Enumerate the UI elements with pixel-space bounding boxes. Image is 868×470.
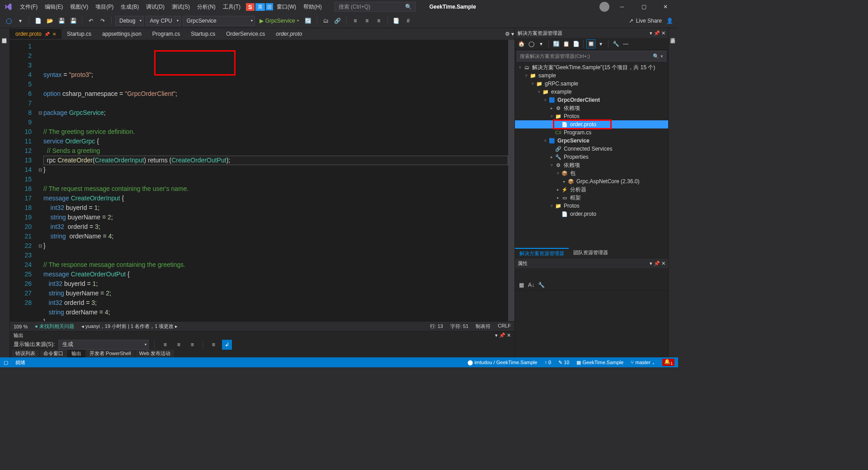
- editor-tab[interactable]: Startup.cs: [61, 29, 97, 39]
- output-tab[interactable]: Web 发布活动: [136, 350, 174, 357]
- tb-icon-1[interactable]: 🗂: [321, 16, 331, 26]
- tb-icon-5[interactable]: ≡: [374, 16, 384, 26]
- save-all-button[interactable]: 💾: [68, 16, 78, 26]
- menu-item[interactable]: 分析(N): [193, 2, 219, 12]
- tree-item[interactable]: ▿📁gRPC.sample: [515, 80, 668, 88]
- expander-icon[interactable]: ▿: [548, 114, 555, 119]
- nav-fwd-button[interactable]: ▾: [15, 16, 25, 26]
- tb-icon-7[interactable]: #: [403, 16, 413, 26]
- props-az-button[interactable]: A↓: [527, 280, 536, 290]
- code-editor[interactable]: 1234567891011121314151617181920212223242…: [10, 40, 514, 321]
- expander-icon[interactable]: ▿: [529, 81, 536, 86]
- expander-icon[interactable]: ▿: [523, 73, 529, 78]
- props-cat-button[interactable]: ▦: [517, 280, 526, 290]
- se-close-icon[interactable]: ✕: [661, 30, 665, 36]
- notification-badge[interactable]: 🔔1: [662, 359, 675, 366]
- editor-tab[interactable]: Program.cs: [147, 29, 185, 39]
- code-content[interactable]: syntax = "proto3";option csharp_namespac…: [43, 40, 508, 321]
- se-btn-5[interactable]: 📋: [561, 39, 571, 48]
- tree-item[interactable]: ▸⚙依赖项: [515, 104, 668, 112]
- expander-icon[interactable]: ▸: [548, 155, 555, 159]
- se-wrench-button[interactable]: 🔧: [611, 39, 620, 48]
- issues-indicator[interactable]: ● 未找到相关问题: [35, 323, 74, 330]
- tab-overflow-icon[interactable]: ⚙ ▾: [505, 29, 514, 39]
- tree-item[interactable]: ▿📁sample: [515, 71, 668, 80]
- close-button[interactable]: ✕: [656, 0, 675, 13]
- tree-item[interactable]: 🔗Connected Services: [515, 145, 668, 153]
- se-btn-3[interactable]: ▾: [537, 39, 546, 48]
- se-dropdown-icon[interactable]: ▾: [650, 30, 652, 36]
- tb-icon-6[interactable]: 📑: [392, 16, 401, 26]
- tree-item[interactable]: ▸▭框架: [515, 194, 668, 202]
- startup-project-dropdown[interactable]: GrpcService: [183, 16, 255, 26]
- expander-icon[interactable]: ▸: [548, 106, 555, 110]
- tb-icon-4[interactable]: ≡: [362, 16, 372, 26]
- tree-item[interactable]: ▿📁example: [515, 88, 668, 96]
- menu-item[interactable]: 帮助(H): [300, 2, 326, 12]
- menu-item[interactable]: 视图(V): [66, 2, 92, 12]
- refresh-button[interactable]: 🔄: [303, 16, 313, 26]
- editor-tab[interactable]: Startup.cs: [185, 29, 221, 39]
- output-tab[interactable]: 输出: [68, 350, 85, 357]
- solution-root[interactable]: ▿ 🗂 解决方案"GeekTime.Sample"(15 个项目，共 15 个): [515, 63, 668, 71]
- panel-pin-icon[interactable]: 📌: [499, 332, 505, 338]
- tree-item[interactable]: ▿📦包: [515, 169, 668, 177]
- indent-mode[interactable]: 制表符: [476, 323, 491, 330]
- output-tab[interactable]: 开发者 PowerShell: [86, 350, 135, 357]
- tree-item[interactable]: ▿📁Protos: [515, 202, 668, 210]
- solution-tree[interactable]: ▿ 🗂 解决方案"GeekTime.Sample"(15 个项目，共 15 个)…: [515, 62, 668, 248]
- se-btn-6[interactable]: 📄: [571, 39, 580, 48]
- status-push[interactable]: ↑ 0: [544, 360, 551, 365]
- expander-icon[interactable]: ▸: [555, 187, 561, 192]
- close-icon[interactable]: ✕: [52, 32, 56, 37]
- expander-icon[interactable]: ▿: [536, 90, 542, 94]
- tb-icon-3[interactable]: ≡: [350, 16, 360, 26]
- tree-item[interactable]: ▿📁Protos: [515, 112, 668, 120]
- tree-item[interactable]: ▿🟦GrpcService: [515, 137, 668, 145]
- user-avatar[interactable]: [599, 2, 609, 12]
- eol-mode[interactable]: CRLF: [498, 323, 511, 330]
- output-btn-3[interactable]: ≡: [187, 340, 197, 350]
- panel-tab[interactable]: 解决方案资源管理器: [515, 248, 569, 258]
- output-btn-1[interactable]: ≡: [160, 340, 170, 350]
- solution-search-input[interactable]: 搜索解决方案资源管理器(Ctrl+;) 🔍 ▾: [517, 51, 666, 62]
- pin-icon[interactable]: 📌: [44, 32, 50, 37]
- menu-item[interactable]: 文件(F): [16, 2, 41, 12]
- se-sync-button[interactable]: 🔄: [552, 39, 561, 48]
- tree-item[interactable]: ▿🟦GrpcOrderClient: [515, 96, 668, 104]
- menu-item[interactable]: 生成(B): [117, 2, 142, 12]
- output-btn-4[interactable]: ≡: [208, 340, 218, 350]
- expander-icon[interactable]: ▸: [555, 195, 561, 200]
- editor-tab[interactable]: OrderService.cs: [221, 29, 270, 39]
- tree-item[interactable]: 📄order.proto: [515, 120, 668, 128]
- redo-button[interactable]: ↷: [98, 16, 108, 26]
- server-explorer-tab[interactable]: 服务器资源管理器: [0, 32, 9, 354]
- tree-item[interactable]: ▸⚡分析器: [515, 185, 668, 194]
- props-close-icon[interactable]: ✕: [661, 261, 665, 266]
- expander-icon[interactable]: ▿: [548, 163, 555, 167]
- output-btn-2[interactable]: ≡: [174, 340, 184, 350]
- se-pin-icon[interactable]: 📌: [654, 30, 660, 36]
- nav-back-button[interactable]: ◯: [4, 16, 14, 26]
- status-project[interactable]: ▦ GeekTime.Sample: [576, 360, 623, 366]
- save-button[interactable]: 💾: [57, 16, 66, 26]
- status-pull[interactable]: ✎ 10: [558, 360, 569, 366]
- open-button[interactable]: 📂: [45, 16, 55, 26]
- output-tab[interactable]: 命令窗口: [40, 350, 67, 357]
- undo-button[interactable]: ↶: [86, 16, 96, 26]
- panel-dropdown-icon[interactable]: ▾: [495, 332, 498, 338]
- tb-icon-2[interactable]: 🔗: [333, 16, 343, 26]
- editor-scrollbar[interactable]: [508, 40, 514, 321]
- tree-item[interactable]: ▸🔧Properties: [515, 153, 668, 161]
- menu-item[interactable]: 窗口(W): [273, 2, 300, 12]
- editor-tab[interactable]: order.proto: [270, 29, 307, 39]
- expander-icon[interactable]: ▸: [561, 179, 567, 184]
- expander-icon[interactable]: ▿: [542, 138, 548, 143]
- menu-item[interactable]: 测试(S): [168, 2, 193, 12]
- global-search-input[interactable]: 搜索 (Ctrl+Q) 🔍: [335, 2, 416, 12]
- props-dropdown-icon[interactable]: ▾: [650, 261, 652, 266]
- zoom-level[interactable]: 109 %: [14, 324, 28, 329]
- status-branch[interactable]: ⑂ master ▴: [631, 360, 655, 365]
- run-button[interactable]: ▶ GrpcService ▾: [257, 17, 302, 25]
- output-tab[interactable]: 错误列表: [12, 350, 39, 357]
